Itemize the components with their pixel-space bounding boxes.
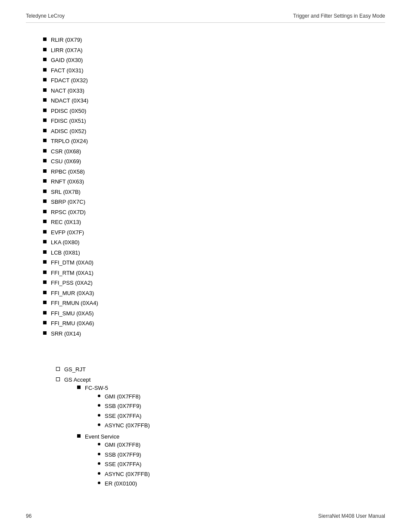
square-bullet-icon [43,311,47,314]
circle-bullet-icon [98,443,100,445]
list-item-text: RNFT (0X63) [51,177,84,186]
list-item: CSU (0X69) [43,157,385,166]
list-item-text: NACT (0X33) [51,87,84,95]
square-bullet-icon [77,386,81,389]
circle-bullet-icon [98,404,100,407]
list-item-text: RLIR (0X79) [51,36,82,44]
list-item-text: FFI_PSS (0XA2) [51,279,93,287]
list-item-text: LIRR (0X7A) [51,46,83,55]
list-item-text: FFI_DTM (0XA0) [51,258,93,267]
circle-bullet-icon [98,423,100,426]
list-item: SSE (0X7FFA) [98,412,385,420]
nested-content: GS_RJT [64,365,385,374]
list-item: GS AcceptFC-SW-5GMI (0X7FF8)SSB (0X7FF9)… [56,376,385,491]
square-bullet-icon [43,159,47,162]
hollow-bullet-icon [56,377,60,381]
list-item-text: SSB (0X7FF9) [105,451,141,459]
list-item-text: SSE (0X7FFA) [105,460,141,469]
list-item: FDISC (0X51) [43,117,385,125]
list-item-text: FFI_SMU (0XA5) [51,309,94,318]
square-bullet-icon [77,434,81,438]
list-item: GAID (0X30) [43,56,385,65]
square-bullet-icon [43,149,47,152]
list-item-text: SBRP (0X7C) [51,198,85,206]
square-bullet-icon [43,190,47,193]
list-item-text: FFI_MUR (0XA3) [51,289,94,298]
list-item-label: GS_RJT [64,365,385,374]
square-bullet-icon [43,260,47,264]
square-bullet-icon [43,109,47,112]
level4-list: GMI (0X7FF8)SSB (0X7FF9)SSE (0X7FFA)ASYN… [85,441,385,489]
square-bullet-icon [43,331,47,335]
list-item: RNFT (0X63) [43,177,385,186]
spacer [43,339,385,365]
square-bullet-icon [43,199,47,203]
square-bullet-icon [43,210,47,213]
list-item-text: ADISC (0X52) [51,127,86,136]
list-item-text: REC (0X13) [51,218,81,227]
list-item-text: TRPLO (0X24) [51,137,88,146]
list-item-text: GMI (0X7FF8) [105,441,140,449]
list-item-text: ASYNC (0X7FFB) [105,421,150,430]
circle-bullet-icon [98,482,100,484]
square-bullet-icon [43,220,47,223]
list-item: RLIR (0X79) [43,36,385,44]
header-left: Teledyne LeCroy [26,13,65,19]
circle-bullet-icon [98,462,100,465]
list-item: LKA (0X80) [43,238,385,247]
level3-list: FC-SW-5GMI (0X7FF8)SSB (0X7FF9)SSE (0X7F… [64,384,385,491]
list-item: SSB (0X7FF9) [98,402,385,411]
list-item: ER (0X0100) [98,479,385,488]
list-item: GMI (0X7FF8) [98,392,385,401]
header-right: Trigger and Filter Settings in Easy Mode [293,13,385,19]
nested-content: GS AcceptFC-SW-5GMI (0X7FF8)SSB (0X7FF9)… [64,376,385,491]
list-item: TRPLO (0X24) [43,137,385,146]
list-item-label: Event Service [85,432,385,441]
list-item: ADISC (0X52) [43,127,385,136]
square-bullet-icon [43,280,47,284]
list-item: SSE (0X7FFA) [98,460,385,469]
list-item: RPBC (0X58) [43,168,385,176]
square-bullet-icon [43,48,47,51]
square-bullet-icon [43,250,47,254]
circle-bullet-icon [98,472,100,475]
circle-bullet-icon [98,453,100,455]
content-area: RLIR (0X79)LIRR (0X7A)GAID (0X30)FACT (0… [26,36,385,491]
square-bullet-icon [43,98,47,102]
list-item-text: ER (0X0100) [105,479,137,488]
manual-title: SierraNet M408 User Manual [318,513,385,519]
list-item-text: RPBC (0X58) [51,168,85,176]
list-item-text: LKA (0X80) [51,238,80,247]
main-list: RLIR (0X79)LIRR (0X7A)GAID (0X30)FACT (0… [43,36,385,338]
list-item-text: FFI_RTM (0XA1) [51,269,93,277]
square-bullet-icon [43,230,47,233]
square-bullet-icon [43,169,47,173]
list-item: Event ServiceGMI (0X7FF8)SSB (0X7FF9)SSE… [77,432,385,489]
list-item: LCB (0X81) [43,249,385,257]
section2-list: GS_RJTGS AcceptFC-SW-5GMI (0X7FF8)SSB (0… [43,365,385,491]
nested-content: FC-SW-5GMI (0X7FF8)SSB (0X7FF9)SSE (0X7F… [85,384,385,431]
page-number: 96 [26,513,31,519]
square-bullet-icon [43,321,47,324]
square-bullet-icon [43,37,47,41]
list-item: ASYNC (0X7FFB) [98,470,385,479]
list-item-text: FDISC (0X51) [51,117,86,125]
list-item: GS_RJT [56,365,385,374]
circle-bullet-icon [98,414,100,417]
list-item-text: GMI (0X7FF8) [105,392,140,401]
list-item: FFI_PSS (0XA2) [43,279,385,287]
list-item: FFI_RMU (0XA6) [43,319,385,328]
list-item-text: PDISC (0X50) [51,107,86,115]
list-item: CSR (0X68) [43,147,385,156]
circle-bullet-icon [98,395,100,397]
list-item-text: CSU (0X69) [51,157,81,166]
list-item: LIRR (0X7A) [43,46,385,55]
list-item: REC (0X13) [43,218,385,227]
list-item-text: FDACT (0X32) [51,76,88,85]
list-item: ASYNC (0X7FFB) [98,421,385,430]
square-bullet-icon [43,118,47,122]
list-item: FFI_MUR (0XA3) [43,289,385,298]
list-item: EVFP (0X7F) [43,228,385,237]
list-item-text: SRL (0X7B) [51,188,81,196]
list-item-text: CSR (0X68) [51,147,81,156]
